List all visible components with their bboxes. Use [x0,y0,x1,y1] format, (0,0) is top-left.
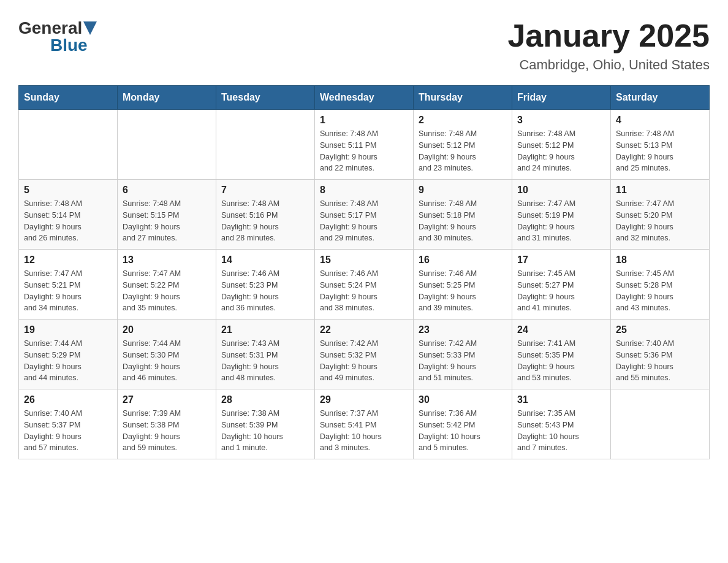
day-number: 25 [616,324,704,335]
day-info: Sunrise: 7:47 AM Sunset: 5:22 PM Dayligh… [123,268,211,314]
day-info: Sunrise: 7:48 AM Sunset: 5:11 PM Dayligh… [320,128,408,174]
calendar-week-row: 26Sunrise: 7:40 AM Sunset: 5:37 PM Dayli… [19,389,710,459]
calendar-cell: 31Sunrise: 7:35 AM Sunset: 5:43 PM Dayli… [512,389,611,459]
day-info: Sunrise: 7:48 AM Sunset: 5:17 PM Dayligh… [320,198,408,244]
calendar-cell: 22Sunrise: 7:42 AM Sunset: 5:32 PM Dayli… [315,320,414,389]
day-info: Sunrise: 7:48 AM Sunset: 5:13 PM Dayligh… [616,128,704,174]
day-number: 8 [320,185,408,196]
day-info: Sunrise: 7:48 AM Sunset: 5:14 PM Dayligh… [24,198,112,244]
day-number: 19 [24,324,112,335]
day-info: Sunrise: 7:46 AM Sunset: 5:23 PM Dayligh… [221,268,309,314]
day-info: Sunrise: 7:35 AM Sunset: 5:43 PM Dayligh… [517,408,605,454]
calendar-cell: 19Sunrise: 7:44 AM Sunset: 5:29 PM Dayli… [19,320,118,389]
day-info: Sunrise: 7:43 AM Sunset: 5:31 PM Dayligh… [221,338,309,384]
day-info: Sunrise: 7:40 AM Sunset: 5:36 PM Dayligh… [616,338,704,384]
calendar-cell: 11Sunrise: 7:47 AM Sunset: 5:20 PM Dayli… [611,180,710,250]
calendar-cell: 12Sunrise: 7:47 AM Sunset: 5:21 PM Dayli… [19,250,118,320]
day-number: 9 [419,185,507,196]
day-header-monday: Monday [118,86,216,110]
day-number: 5 [24,185,112,196]
calendar-cell: 28Sunrise: 7:38 AM Sunset: 5:39 PM Dayli… [216,389,315,459]
day-info: Sunrise: 7:40 AM Sunset: 5:37 PM Dayligh… [24,408,112,454]
calendar-cell: 15Sunrise: 7:46 AM Sunset: 5:24 PM Dayli… [315,250,414,320]
day-number: 4 [616,115,704,126]
day-info: Sunrise: 7:42 AM Sunset: 5:32 PM Dayligh… [320,338,408,384]
calendar-table: SundayMondayTuesdayWednesdayThursdayFrid… [18,85,710,459]
calendar-header-row: SundayMondayTuesdayWednesdayThursdayFrid… [19,86,710,110]
day-number: 7 [221,185,309,196]
day-info: Sunrise: 7:47 AM Sunset: 5:20 PM Dayligh… [616,198,704,244]
day-number: 28 [221,394,309,405]
day-info: Sunrise: 7:38 AM Sunset: 5:39 PM Dayligh… [221,408,309,454]
day-info: Sunrise: 7:47 AM Sunset: 5:19 PM Dayligh… [517,198,605,244]
day-number: 15 [320,255,408,266]
day-info: Sunrise: 7:37 AM Sunset: 5:41 PM Dayligh… [320,408,408,454]
calendar-cell: 14Sunrise: 7:46 AM Sunset: 5:23 PM Dayli… [216,250,315,320]
day-number: 10 [517,185,605,196]
calendar-cell: 25Sunrise: 7:40 AM Sunset: 5:36 PM Dayli… [611,320,710,389]
calendar-cell: 13Sunrise: 7:47 AM Sunset: 5:22 PM Dayli… [118,250,216,320]
day-info: Sunrise: 7:39 AM Sunset: 5:38 PM Dayligh… [123,408,211,454]
calendar-cell: 23Sunrise: 7:42 AM Sunset: 5:33 PM Dayli… [414,320,512,389]
day-number: 29 [320,394,408,405]
calendar-cell: 7Sunrise: 7:48 AM Sunset: 5:16 PM Daylig… [216,180,315,250]
day-number: 26 [24,394,112,405]
day-number: 6 [123,185,211,196]
calendar-cell: 27Sunrise: 7:39 AM Sunset: 5:38 PM Dayli… [118,389,216,459]
day-info: Sunrise: 7:48 AM Sunset: 5:18 PM Dayligh… [419,198,507,244]
calendar-cell: 18Sunrise: 7:45 AM Sunset: 5:28 PM Dayli… [611,250,710,320]
day-number: 21 [221,324,309,335]
day-info: Sunrise: 7:42 AM Sunset: 5:33 PM Dayligh… [419,338,507,384]
calendar-cell: 6Sunrise: 7:48 AM Sunset: 5:15 PM Daylig… [118,180,216,250]
page-subtitle: Cambridge, Ohio, United States [507,57,710,73]
day-number: 16 [419,255,507,266]
calendar-cell: 3Sunrise: 7:48 AM Sunset: 5:12 PM Daylig… [512,110,611,180]
page-title: January 2025 [507,18,710,53]
calendar-cell [611,389,710,459]
day-number: 20 [123,324,211,335]
day-number: 2 [419,115,507,126]
day-header-thursday: Thursday [414,86,512,110]
day-number: 11 [616,185,704,196]
title-area: January 2025 Cambridge, Ohio, United Sta… [507,18,710,73]
calendar-cell: 10Sunrise: 7:47 AM Sunset: 5:19 PM Dayli… [512,180,611,250]
calendar-cell: 2Sunrise: 7:48 AM Sunset: 5:12 PM Daylig… [414,110,512,180]
day-header-wednesday: Wednesday [315,86,414,110]
calendar-cell [118,110,216,180]
calendar-cell: 1Sunrise: 7:48 AM Sunset: 5:11 PM Daylig… [315,110,414,180]
calendar-week-row: 1Sunrise: 7:48 AM Sunset: 5:11 PM Daylig… [19,110,710,180]
day-header-friday: Friday [512,86,611,110]
day-info: Sunrise: 7:44 AM Sunset: 5:29 PM Dayligh… [24,338,112,384]
day-info: Sunrise: 7:48 AM Sunset: 5:12 PM Dayligh… [517,128,605,174]
calendar-cell [216,110,315,180]
day-info: Sunrise: 7:44 AM Sunset: 5:30 PM Dayligh… [123,338,211,384]
day-number: 24 [517,324,605,335]
day-info: Sunrise: 7:47 AM Sunset: 5:21 PM Dayligh… [24,268,112,314]
day-number: 13 [123,255,211,266]
day-info: Sunrise: 7:36 AM Sunset: 5:42 PM Dayligh… [419,408,507,454]
day-number: 22 [320,324,408,335]
calendar-cell: 8Sunrise: 7:48 AM Sunset: 5:17 PM Daylig… [315,180,414,250]
day-number: 3 [517,115,605,126]
calendar-cell: 24Sunrise: 7:41 AM Sunset: 5:35 PM Dayli… [512,320,611,389]
day-number: 23 [419,324,507,335]
day-info: Sunrise: 7:48 AM Sunset: 5:15 PM Dayligh… [123,198,211,244]
calendar-cell: 30Sunrise: 7:36 AM Sunset: 5:42 PM Dayli… [414,389,512,459]
day-info: Sunrise: 7:48 AM Sunset: 5:12 PM Dayligh… [419,128,507,174]
calendar-cell: 20Sunrise: 7:44 AM Sunset: 5:30 PM Dayli… [118,320,216,389]
day-number: 14 [221,255,309,266]
calendar-cell: 5Sunrise: 7:48 AM Sunset: 5:14 PM Daylig… [19,180,118,250]
header: General Blue January 2025 Cambridge, Ohi… [18,18,710,73]
day-header-saturday: Saturday [611,86,710,110]
svg-marker-0 [83,21,97,35]
day-info: Sunrise: 7:45 AM Sunset: 5:28 PM Dayligh… [616,268,704,314]
calendar-week-row: 5Sunrise: 7:48 AM Sunset: 5:14 PM Daylig… [19,180,710,250]
logo-blue-text: Blue [50,36,88,55]
calendar-cell: 4Sunrise: 7:48 AM Sunset: 5:13 PM Daylig… [611,110,710,180]
day-number: 1 [320,115,408,126]
day-number: 30 [419,394,507,405]
calendar-cell: 16Sunrise: 7:46 AM Sunset: 5:25 PM Dayli… [414,250,512,320]
day-header-tuesday: Tuesday [216,86,315,110]
day-header-sunday: Sunday [19,86,118,110]
calendar-cell [19,110,118,180]
